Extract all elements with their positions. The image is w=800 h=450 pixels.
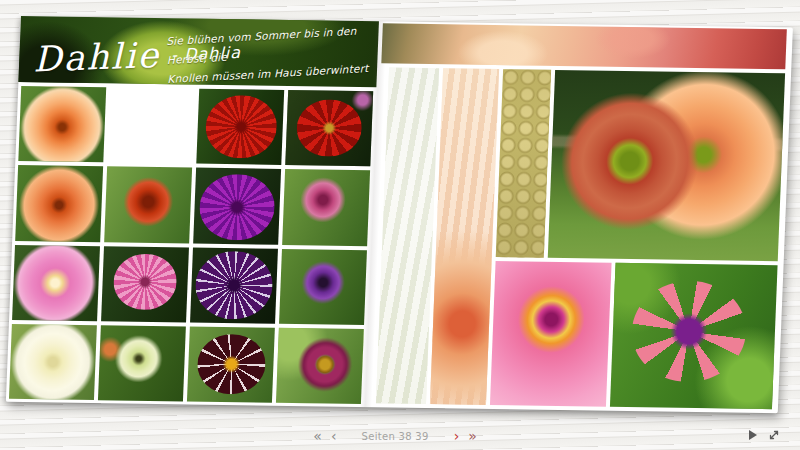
- next-page-button[interactable]: ›: [454, 429, 460, 443]
- photo-pink-dahlia[interactable]: [12, 244, 100, 320]
- viewer-controls: [749, 429, 780, 441]
- photo-peach-dahlia[interactable]: [107, 87, 195, 163]
- play-slideshow-icon[interactable]: [749, 430, 757, 440]
- fullscreen-icon[interactable]: [768, 429, 780, 441]
- photo-orange-dahlia[interactable]: [18, 86, 106, 162]
- page-indicator: Seiten 38 39: [362, 431, 429, 442]
- photo-pink-dahlia-closeup[interactable]: [490, 261, 612, 407]
- photo-dark-purple-cactus-dahlia[interactable]: [190, 247, 278, 323]
- photo-strip-yellow-pompon[interactable]: [496, 69, 551, 258]
- photo-magenta-star-dahlia[interactable]: [610, 263, 778, 409]
- photo-two-orange-dahlias[interactable]: [548, 70, 785, 261]
- photo-strip-white-dahlia[interactable]: [376, 67, 439, 404]
- first-page-button[interactable]: «: [313, 429, 322, 443]
- caption-text: Sie blühen vom Sommer bis in den Herbst;…: [166, 20, 379, 88]
- page-right[interactable]: [368, 21, 791, 413]
- photo-coral-dahlia[interactable]: [15, 165, 103, 241]
- banner-photo-green-foliage[interactable]: Dahlie - Dahlia Sie blühen vom Sommer bi…: [18, 16, 379, 87]
- book-spread: Dahlie - Dahlia Sie blühen vom Sommer bi…: [6, 16, 793, 413]
- photo-header-blurred-petals[interactable]: [381, 23, 787, 69]
- photo-green-bud[interactable]: [98, 325, 186, 401]
- photo-red-star-dahlia[interactable]: [285, 90, 373, 166]
- page-navigation: « ‹ Seiten 38 39 › »: [313, 429, 476, 443]
- photo-magenta-bud[interactable]: [276, 328, 364, 404]
- previous-page-button[interactable]: ‹: [331, 429, 337, 443]
- photo-purple-dahlia[interactable]: [279, 248, 367, 324]
- photobook-app-window: Dahlie - Dahlia Sie blühen vom Sommer bi…: [0, 0, 800, 450]
- photo-grid-left: [9, 86, 373, 404]
- photo-maroon-collarette-dahlia[interactable]: [187, 326, 275, 402]
- photo-cream-dahlia[interactable]: [9, 324, 97, 400]
- title-script: Dahlie: [33, 35, 160, 80]
- last-page-button[interactable]: »: [468, 429, 477, 443]
- photo-violet-cactus-dahlia[interactable]: [193, 168, 281, 244]
- photo-red-pompon-dahlia[interactable]: [104, 167, 192, 243]
- photo-pink-white-cactus-dahlia[interactable]: [101, 246, 189, 322]
- photo-red-cactus-dahlia[interactable]: [196, 89, 284, 165]
- page-left[interactable]: Dahlie - Dahlia Sie blühen vom Sommer bi…: [6, 16, 379, 407]
- photo-pink-bud[interactable]: [282, 169, 370, 245]
- photo-strip-peach-dahlia[interactable]: [430, 68, 499, 405]
